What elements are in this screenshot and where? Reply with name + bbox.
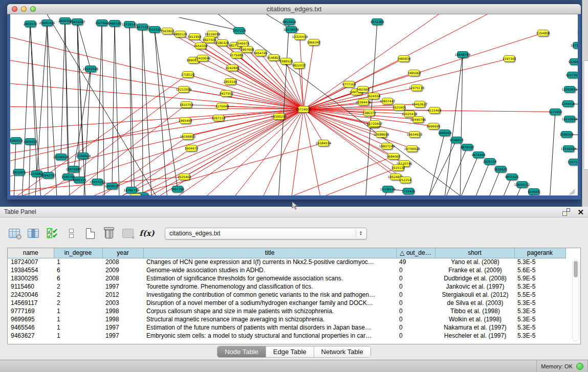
graph-node[interactable]: 16210643 — [564, 116, 575, 122]
row-height-button[interactable] — [64, 226, 78, 241]
graph-node[interactable]: 18724007 — [298, 106, 309, 113]
graph-node[interactable]: 1654339 — [195, 42, 206, 49]
table-row[interactable]: 946554611997Estimation of the future num… — [8, 323, 565, 332]
graph-node[interactable]: 15136141 — [382, 186, 394, 192]
graph-node[interactable]: 16782759 — [126, 187, 137, 193]
column-header-out_de[interactable]: △ out_de… — [396, 248, 435, 258]
graph-node[interactable]: 7485063 — [408, 70, 420, 76]
graph-node[interactable]: 8454749 — [255, 50, 266, 56]
table-row[interactable]: 1456911722003Disruption of a novel membe… — [8, 299, 565, 307]
column-header-name[interactable]: name — [8, 248, 54, 258]
graph-node[interactable]: 9338923 — [451, 137, 462, 143]
graph-node[interactable]: 2803144 — [225, 78, 236, 85]
graph-node[interactable]: 1154808 — [537, 30, 549, 36]
graph-node[interactable]: 7563822 — [162, 28, 173, 34]
graph-node[interactable]: 9129946 — [570, 58, 578, 65]
close-panel-icon[interactable]: ✕ — [577, 208, 584, 216]
graph-node[interactable]: 6879197 — [462, 144, 473, 150]
graph-node[interactable]: 4170046 — [216, 103, 228, 110]
function-builder-button[interactable]: f(x) — [140, 226, 154, 241]
graph-node[interactable]: 9827509 — [204, 36, 215, 43]
graph-node[interactable]: 1505155 — [74, 177, 85, 183]
table-row[interactable]: 969969511998Structural magnetic resonanc… — [8, 315, 565, 323]
graph-node[interactable]: 6466160 — [109, 20, 120, 27]
graph-node[interactable]: 20206526 — [55, 154, 67, 160]
network-canvas[interactable]: 2405572206914062609319106532871527602646… — [10, 14, 578, 195]
graph-node[interactable]: 9227343 — [567, 72, 578, 78]
graph-node[interactable]: 12975115 — [411, 84, 422, 91]
column-header-in_degree[interactable]: in_degree — [54, 248, 102, 258]
column-settings-button[interactable] — [7, 226, 21, 241]
graph-node[interactable]: 16671355 — [137, 24, 148, 30]
graph-node[interactable]: 9146821 — [268, 54, 279, 61]
graph-node[interactable]: 1527602 — [96, 19, 107, 26]
graph-node[interactable]: 20691406 — [41, 19, 53, 26]
graph-node[interactable]: 9699695 — [428, 123, 439, 129]
graph-node[interactable]: 19218596 — [286, 26, 297, 33]
tab-node-table[interactable]: Node Table — [217, 346, 266, 357]
table-row[interactable]: 977716911998Corpus callosum shape and si… — [8, 307, 565, 315]
graph-node[interactable]: 19654923 — [409, 131, 420, 138]
graph-node[interactable]: 18300295 — [273, 113, 285, 120]
graph-node[interactable]: 12093872 — [564, 86, 575, 93]
column-header-short[interactable]: short — [435, 248, 514, 258]
graph-node[interactable]: 16495786 — [412, 116, 424, 123]
graph-node[interactable]: 1615132 — [393, 164, 404, 171]
graph-node[interactable]: 22420046 — [197, 55, 208, 61]
graph-node[interactable]: 9572383 — [372, 18, 383, 25]
graph-node[interactable]: 10654112 — [516, 181, 528, 188]
graph-node[interactable]: 1588520 — [280, 58, 292, 64]
graph-node[interactable]: 21053346 — [85, 65, 96, 72]
graph-node[interactable]: 3624554 — [368, 93, 379, 99]
column-header-title[interactable]: title — [143, 248, 396, 258]
tab-network-table[interactable]: Network Table — [314, 346, 371, 357]
graph-node[interactable]: 3175685 — [231, 52, 242, 58]
zoom-window-button[interactable] — [30, 6, 36, 12]
graph-node[interactable]: 10719145 — [124, 21, 135, 28]
graph-node[interactable]: 1866342 — [308, 39, 319, 46]
table-row[interactable]: 946362711997Embryonic stem cells: a mode… — [8, 332, 565, 340]
table-row[interactable]: 1938455462009Genome-wide association stu… — [8, 266, 565, 274]
graph-node[interactable]: 9115460 — [429, 107, 440, 114]
graph-node[interactable]: 15720407 — [369, 120, 380, 127]
graph-node[interactable]: 12942757 — [42, 172, 54, 179]
graph-node[interactable]: 1167531 — [569, 159, 578, 165]
graph-node[interactable]: 19756928 — [406, 145, 418, 152]
table-row[interactable]: 1830029562008Estimation of significance … — [8, 274, 565, 282]
show-columns-button[interactable]: ☑✔☑✔ — [45, 226, 59, 241]
graph-node[interactable]: 17016504 — [563, 145, 574, 152]
column-header-pagerank[interactable]: pagerank — [514, 248, 565, 258]
graph-node[interactable]: 7515526 — [149, 26, 160, 33]
graph-node[interactable]: 924565 — [528, 188, 539, 195]
graph-node[interactable]: 252254 — [400, 177, 411, 183]
graph-node[interactable]: 7957224 — [233, 27, 245, 34]
graph-node[interactable]: 16648784 — [457, 51, 468, 58]
graph-node[interactable]: 1810753 — [181, 101, 192, 108]
graph-node[interactable]: 10807447 — [382, 98, 393, 104]
window-resize-grip[interactable] — [569, 187, 576, 194]
window-titlebar[interactable]: citations_edges.txt — [7, 4, 581, 14]
tab-edge-table[interactable]: Edge Table — [266, 346, 314, 357]
graph-node[interactable]: 1244415 — [562, 100, 574, 107]
graph-node[interactable]: 3457791 — [172, 186, 183, 192]
graph-node[interactable]: 1905010 — [25, 138, 36, 145]
graph-node[interactable]: 2160510 — [10, 137, 21, 144]
table-select-dropdown[interactable]: citations_edges.txt ▲▼ — [165, 228, 367, 239]
graph-node[interactable]: 1965493 — [180, 117, 191, 124]
graph-node[interactable]: 1621601 — [394, 104, 405, 111]
new-table-button[interactable] — [83, 226, 97, 241]
graph-node[interactable]: 7625402 — [179, 173, 190, 180]
graph-node[interactable]: 9777169 — [343, 81, 355, 87]
graph-node[interactable]: 7254413 — [130, 193, 141, 195]
table-row[interactable]: 911546021997Tourette syndrome. Phenomeno… — [8, 282, 565, 291]
graph-node[interactable]: 19463627 — [414, 101, 425, 107]
graph-node[interactable]: 2935114 — [484, 158, 495, 165]
graph-node[interactable]: 1640954 — [439, 129, 450, 136]
table-row[interactable]: 1872400712008Changes of HCN gene express… — [8, 258, 565, 266]
graph-node[interactable]: 7386372 — [363, 110, 375, 116]
graph-node[interactable]: 8267110 — [213, 115, 224, 121]
select-column-button[interactable] — [26, 226, 40, 241]
graph-node[interactable]: 10958107 — [106, 183, 118, 189]
graph-node[interactable]: 1604672 — [186, 145, 197, 151]
graph-node[interactable]: 8186328 — [216, 39, 228, 46]
